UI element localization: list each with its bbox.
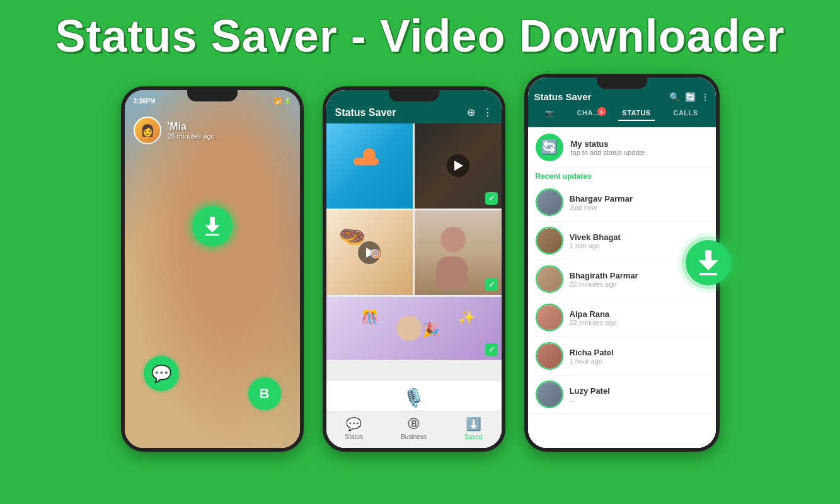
business-tab-icon: Ⓑ (408, 416, 419, 432)
chats-tab-label: CHA... (577, 109, 600, 117)
refresh-symbol: 🔄 (541, 139, 558, 156)
status-avatar-img-3 (537, 305, 562, 330)
status-item-info-0: Bhargav Parmar Just now (570, 194, 633, 211)
status-time-2: 22 minutes ago (570, 280, 638, 288)
status-avatar-2 (536, 265, 563, 293)
mic-icon[interactable]: 🎙️ (403, 387, 425, 408)
download-fab-icon (698, 250, 718, 275)
phone1-user-time: 26 minutes ago (168, 132, 215, 140)
grid-cell-3[interactable]: 🍩 🍭 (326, 210, 413, 295)
phone2-content: Status Saver ⊕ ⋮ (326, 90, 502, 448)
check-badge-4 (485, 278, 498, 291)
recent-updates-label: Recent updates (528, 168, 716, 183)
status-time-1: 1 min ago (570, 242, 621, 249)
b-symbol: B (260, 386, 270, 402)
phone1-whatsapp-icon[interactable]: 💬 (144, 356, 179, 391)
phone2-tab-business[interactable]: Ⓑ Business (401, 416, 427, 440)
phone3-tabs: 📷 CHA... 1 STATUS CALLS (534, 105, 710, 123)
phone1-wifi-icon: 📶 (274, 98, 282, 105)
play-button-2[interactable] (447, 154, 469, 177)
status-time-5: ... (570, 396, 610, 403)
status-time-4: 1 hour ago (570, 357, 614, 365)
phone1-download-button[interactable] (192, 206, 233, 246)
phone1-business-icon[interactable]: B (248, 377, 281, 410)
status-item-info-1: Vivek Bhagat 1 min ago (570, 232, 621, 249)
status-avatar-img-2 (537, 266, 562, 292)
phone3-notch (597, 77, 647, 89)
phone1-user-text: 'Mia 26 minutes ago (168, 121, 215, 140)
status-name-2: Bhagirath Parmar (570, 271, 638, 280)
phone3-tab-camera[interactable]: 📷 (541, 106, 558, 121)
phone1-user-avatar: 👩 (134, 117, 161, 144)
phone1-user-name: 'Mia (168, 121, 215, 132)
status-item-0[interactable]: Bhargav Parmar Just now (528, 183, 716, 222)
camera-tab-icon: 📷 (545, 109, 555, 117)
phone3-download-fab[interactable] (686, 240, 731, 285)
status-avatar-5 (536, 381, 563, 408)
phone3-tab-chats[interactable]: CHA... 1 (573, 106, 604, 121)
title-section: Status Saver - Video Downloader (0, 0, 840, 67)
phone2-tab-saved[interactable]: ⬇️ Saved (464, 416, 482, 440)
grid-cell-2[interactable] (415, 123, 502, 208)
phone2-bottom-nav: 💬 Status Ⓑ Business ⬇️ Saved (326, 411, 502, 448)
status-name-3: Alpa Rana (570, 309, 617, 319)
phone3-title: Status Saver (534, 91, 592, 102)
business-tab-label: Business (401, 433, 427, 440)
wa-symbol: 💬 (151, 364, 171, 384)
status-avatar-img-1 (537, 228, 562, 253)
phone2-title: Status Saver (335, 107, 396, 118)
status-item-5[interactable]: Luzy Patel ... (528, 375, 716, 414)
phone3-header-top: Status Saver 🔍 🔄 ⋮ (534, 91, 710, 102)
status-item-3[interactable]: Alpa Rana 22 minutes ago (528, 299, 716, 337)
status-tab-icon: 💬 (346, 416, 362, 432)
status-time-3: 22 minutes ago (570, 319, 617, 326)
refresh-icon[interactable]: 🔄 (685, 92, 696, 102)
status-avatar-img-0 (537, 190, 562, 215)
status-item-info-5: Luzy Patel ... (570, 386, 610, 403)
phone2-header-icons: ⊕ ⋮ (467, 106, 493, 118)
phone1-background: 2:36PM 📶 🔋 👩 'Mia 26 minutes ago (125, 90, 300, 448)
phone2-notch (389, 90, 439, 101)
phone3-tab-status[interactable]: STATUS (618, 106, 654, 121)
status-tab-label: STATUS (622, 109, 650, 117)
status-item-info-3: Alpa Rana 22 minutes ago (570, 309, 617, 326)
my-status-row[interactable]: 🔄 My status tap to add status update (528, 127, 716, 168)
phone2-media-grid: 🍩 🍭 🎊 🎉 ✨ (326, 123, 502, 381)
page-title: Status Saver - Video Downloader (0, 11, 840, 61)
phone2-tab-status[interactable]: 💬 Status (345, 416, 363, 440)
status-avatar-1 (536, 227, 563, 255)
check-badge-2 (485, 192, 498, 205)
check-badge-5 (485, 343, 498, 356)
phone1-status-bar: 2:36PM 📶 🔋 (134, 98, 291, 105)
status-name-4: Richa Patel (570, 348, 614, 357)
search-icon[interactable]: 🔍 (669, 92, 680, 102)
status-avatar-0 (536, 188, 563, 216)
saved-tab-icon: ⬇️ (466, 416, 481, 432)
more-icon[interactable]: ⋮ (701, 92, 710, 102)
my-status-subtitle: tap to add status update (571, 149, 645, 156)
grid-cell-5[interactable]: 🎊 🎉 ✨ (326, 297, 502, 360)
phones-container: 2:36PM 📶 🔋 👩 'Mia 26 minutes ago (0, 67, 840, 452)
phone1: 2:36PM 📶 🔋 👩 'Mia 26 minutes ago (121, 86, 304, 452)
my-status-text: My status tap to add status update (571, 139, 645, 156)
phone1-user-info: 👩 'Mia 26 minutes ago (134, 117, 215, 144)
status-item-info-4: Richa Patel 1 hour ago (570, 348, 614, 365)
phone3-body: 🔄 My status tap to add status update Rec… (528, 127, 716, 448)
chats-badge: 1 (597, 107, 606, 116)
phone3-tab-calls[interactable]: CALLS (669, 106, 701, 121)
phone2-whatsapp-icon: ⊕ (467, 106, 475, 118)
grid-cell-4[interactable] (415, 210, 502, 295)
phone2-mic-section: 🎙️ (326, 381, 502, 411)
phone1-status-icons: 📶 🔋 (274, 98, 291, 105)
status-avatar-img-4 (537, 343, 562, 369)
status-tab-label: Status (345, 433, 363, 440)
grid-cell-1[interactable] (326, 123, 413, 208)
status-item-4[interactable]: Richa Patel 1 hour ago (528, 337, 716, 375)
phone2-more-icon[interactable]: ⋮ (483, 106, 493, 118)
status-name-1: Vivek Bhagat (570, 232, 621, 242)
phone1-battery-icon: 🔋 (284, 98, 291, 105)
saved-tab-label: Saved (464, 433, 482, 440)
status-name-0: Bhargav Parmar (570, 194, 633, 203)
status-name-5: Luzy Patel (570, 386, 610, 396)
status-item-info-2: Bhagirath Parmar 22 minutes ago (570, 271, 638, 288)
